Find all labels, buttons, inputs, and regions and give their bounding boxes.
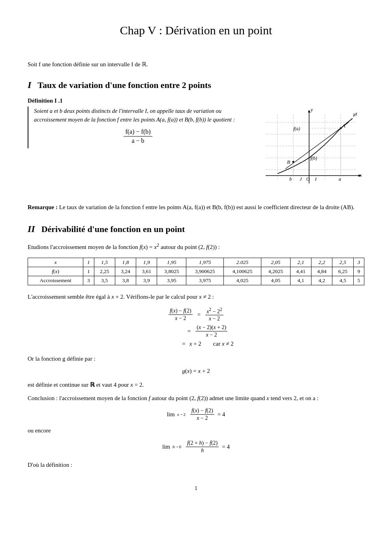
- table-cell: x: [28, 258, 83, 267]
- table-cell: 4,5: [332, 276, 353, 285]
- table-cell: 1: [83, 258, 94, 267]
- lim-frac1-den: x − 2: [195, 415, 209, 421]
- table-cell: 3,95: [157, 276, 186, 285]
- etude-text: Etudions l'accroissement moyen de la fon…: [28, 241, 364, 252]
- calc-line-2: = (x − 2)(x + 2) x − 2: [188, 324, 228, 338]
- section1-title: Taux de variation d'une fonction entre 2…: [38, 80, 211, 90]
- table-cell: 1,5: [94, 258, 115, 267]
- table-cell: 5: [353, 276, 364, 285]
- table-cell: 2,5: [332, 258, 353, 267]
- table-cell: 2,25: [94, 267, 115, 276]
- lim-frac-2: f(2 + h) − f(2) h: [186, 440, 219, 454]
- lim-label-1: lim: [167, 411, 175, 418]
- frac2-den: x − 2: [208, 315, 221, 322]
- lim-row-2: lim h→0 f(2 + h) − f(2) h = 4: [28, 440, 364, 454]
- lim-frac1-num: f(x) − f(2): [190, 408, 214, 415]
- table-row-fx: f(x) 1 2,25 3,24 3,61 3,8025 3,900625 4,…: [28, 267, 364, 276]
- section2-title: Dérivabilité d'une fonction en un point: [41, 224, 185, 234]
- frac3-den: x − 2: [205, 331, 218, 338]
- table-cell: 3,5: [94, 276, 115, 285]
- table-cell: 4,2025: [261, 267, 290, 276]
- conclusion1: est définie et continue sur ℝ et vaut 4 …: [28, 380, 364, 389]
- page-number: 1: [28, 485, 364, 492]
- lim-frac2-den: h: [200, 447, 205, 454]
- calc-line-1: f(x) − f(2) x − 2 = x2 − 22 x − 2: [168, 307, 224, 322]
- page-title: Chap V : Dérivation en un point: [28, 24, 364, 37]
- table-cell: 1,975: [186, 258, 224, 267]
- table-cell: 4,2: [311, 276, 332, 285]
- table-cell: 3,8025: [157, 267, 186, 276]
- table-cell: 2,2: [311, 258, 332, 267]
- table-cell: 3,24: [115, 267, 136, 276]
- table-cell: 1: [83, 267, 94, 276]
- svg-text:b: b: [289, 176, 292, 182]
- table-cell: Accroissement: [28, 276, 83, 285]
- limit-block-1: lim x→2 f(x) − f(2) x − 2 = 4: [28, 408, 364, 421]
- remark-bold: Remarque :: [28, 204, 58, 210]
- table-cell: 3,9: [136, 276, 157, 285]
- table-cell: 3: [83, 276, 94, 285]
- approx-text: L'accroissement semble être égal à x + 2…: [28, 292, 364, 301]
- table-cell: 4,05: [261, 276, 290, 285]
- section2-heading: II Dérivabilité d'une fonction en un poi…: [28, 224, 364, 234]
- lim-equals-1: = 4: [218, 411, 225, 418]
- graph-col: x y 𝒞 f A B f(a) f(b) J O: [254, 107, 364, 195]
- svg-text:J: J: [300, 176, 302, 182]
- svg-text:f: f: [356, 112, 357, 116]
- definition-text-col: Soient a et b deux points distincts de l…: [28, 107, 242, 148]
- lim-frac2-num: f(2 + h) − f(2): [186, 440, 219, 447]
- remark-text: Remarque : Le taux de variation de la fo…: [28, 203, 364, 212]
- table-cell: 3,8: [115, 276, 136, 285]
- table-cell: 1,95: [157, 258, 186, 267]
- equals-sign3: =: [182, 341, 185, 347]
- table-cell: 4,1: [290, 276, 311, 285]
- table-cell: 9: [353, 267, 364, 276]
- table-cell: 4,84: [311, 267, 332, 276]
- frac3-num: (x − 2)(x + 2): [195, 324, 227, 331]
- svg-marker-13: [308, 110, 310, 112]
- table-row-x: x 1 1,5 1,8 1,9 1,95 1,975 2.025 2,05 2,…: [28, 258, 364, 267]
- variation-table: x 1 1,5 1,8 1,9 1,95 1,975 2.025 2,05 2,…: [28, 258, 364, 285]
- conclusion2: Conclusion : l'accroissement moyen de la…: [28, 393, 364, 403]
- svg-text:B: B: [287, 159, 290, 165]
- condition-text: car x ≠ 2: [213, 341, 234, 347]
- frac2: x2 − 22 x − 2: [205, 307, 223, 322]
- ou-encore: ou encore: [28, 426, 364, 435]
- g-formula: g(x) = x + 2: [28, 368, 364, 374]
- or-text: Or la fonction g définie par :: [28, 354, 364, 363]
- lim-row-1: lim x→2 f(x) − f(2) x − 2 = 4: [28, 408, 364, 421]
- svg-text:x: x: [359, 172, 362, 178]
- svg-text:f(b): f(b): [310, 155, 317, 161]
- calc-line-3: = x + 2 car x ≠ 2: [182, 341, 234, 347]
- svg-text:y: y: [310, 107, 313, 112]
- table-cell: f(x): [28, 267, 83, 276]
- table-row-acc: Accroissement 3 3,5 3,8 3,9 3,95 3,975 4…: [28, 276, 364, 285]
- svg-text:I: I: [315, 176, 317, 182]
- frac-num: f(a) − f(b): [124, 128, 152, 137]
- table-cell: 3,900625: [186, 267, 224, 276]
- taux-variation-formula: f(a) − f(b) a − b: [34, 128, 242, 144]
- limit-block-2: lim h→0 f(2 + h) − f(2) h = 4: [28, 440, 364, 454]
- table-cell: 3,975: [186, 276, 224, 285]
- lim-label-2: lim: [162, 444, 170, 450]
- table-cell: 2.025: [224, 258, 261, 267]
- table-cell: 1,8: [115, 258, 136, 267]
- definition-box: Soient a et b deux points distincts de l…: [28, 107, 364, 195]
- definition-text: Soient a et b deux points distincts de l…: [34, 107, 242, 124]
- frac1-num: f(x) − f(2): [169, 308, 193, 315]
- section1-heading: I Taux de variation d'une fonction entre…: [28, 80, 364, 90]
- table-cell: 2,1: [290, 258, 311, 267]
- table-cell: 6,25: [332, 267, 353, 276]
- table-cell: 3,61: [136, 267, 157, 276]
- dou-la-definition: D'où la définition :: [28, 460, 364, 470]
- svg-text:f(a): f(a): [293, 126, 300, 131]
- frac2-num: x2 − 22: [205, 307, 223, 316]
- lim-sub-2: h→0: [173, 444, 181, 449]
- intro-text: Soit f une fonction définie sur un inter…: [28, 61, 364, 68]
- svg-text:a: a: [339, 176, 341, 182]
- table-cell: 1,9: [136, 258, 157, 267]
- lim-equals-2: = 4: [222, 444, 230, 450]
- lim-sub-1: x→2: [177, 412, 186, 417]
- table-cell: 4,025: [224, 276, 261, 285]
- table-cell: 3: [353, 258, 364, 267]
